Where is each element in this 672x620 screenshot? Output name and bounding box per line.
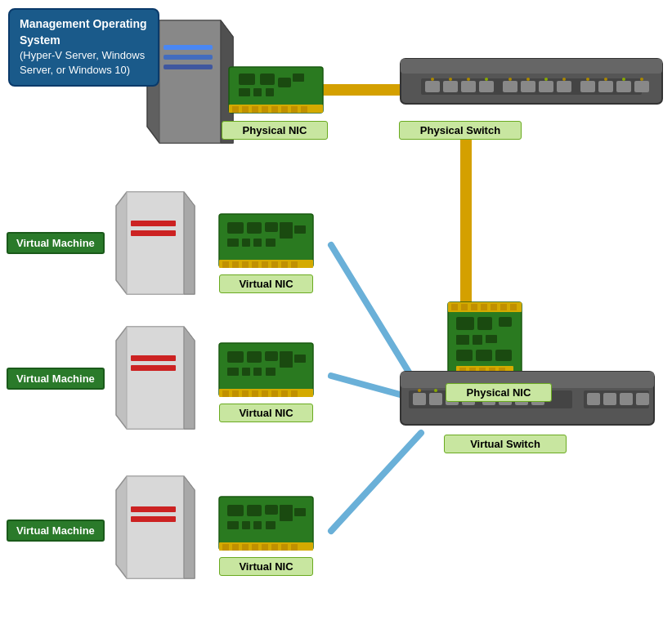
- vm3-label: Virtual Machine: [7, 520, 105, 542]
- svg-rect-15: [131, 230, 176, 236]
- svg-rect-152: [253, 368, 262, 376]
- svg-marker-13: [184, 192, 195, 294]
- svg-rect-134: [266, 239, 276, 247]
- svg-rect-32: [271, 106, 278, 113]
- svg-rect-107: [603, 393, 616, 405]
- svg-point-111: [434, 389, 437, 392]
- svg-marker-6: [159, 20, 221, 143]
- mgmt-label: Management Operating System (Hyper-V Ser…: [8, 8, 159, 87]
- svg-rect-49: [479, 81, 494, 92]
- virtual-nic-3-label: Virtual NIC: [219, 557, 313, 576]
- svg-rect-172: [266, 521, 276, 529]
- svg-rect-91: [479, 368, 486, 381]
- svg-marker-18: [184, 327, 195, 429]
- svg-rect-153: [266, 368, 276, 376]
- svg-rect-105: [584, 390, 649, 408]
- svg-point-68: [622, 78, 625, 81]
- svg-rect-25: [131, 516, 176, 522]
- svg-rect-171: [253, 521, 262, 529]
- svg-rect-138: [219, 389, 313, 397]
- svg-rect-128: [227, 222, 244, 234]
- svg-rect-160: [242, 544, 249, 551]
- svg-rect-34: [291, 106, 298, 113]
- svg-rect-174: [294, 508, 306, 516]
- svg-marker-21: [116, 476, 195, 578]
- svg-rect-82: [456, 335, 469, 345]
- svg-rect-57: [634, 81, 649, 92]
- svg-rect-87: [495, 350, 512, 361]
- svg-rect-78: [510, 304, 517, 310]
- svg-rect-26: [229, 67, 323, 113]
- svg-rect-14: [131, 221, 176, 226]
- svg-rect-154: [280, 351, 293, 368]
- svg-rect-121: [232, 261, 239, 268]
- svg-rect-46: [425, 81, 440, 92]
- virtual-nic-2-label: Virtual NIC: [219, 404, 313, 422]
- svg-rect-8: [164, 45, 213, 50]
- svg-rect-161: [252, 544, 258, 551]
- svg-rect-88: [456, 366, 513, 382]
- svg-rect-169: [227, 521, 239, 529]
- svg-rect-157: [219, 542, 313, 551]
- svg-rect-158: [222, 544, 229, 551]
- svg-rect-80: [477, 317, 492, 330]
- svg-rect-109: [636, 393, 649, 405]
- svg-rect-45: [421, 78, 642, 95]
- svg-rect-126: [281, 261, 288, 268]
- svg-rect-119: [219, 260, 313, 268]
- svg-rect-9: [164, 55, 213, 60]
- svg-rect-118: [219, 214, 313, 267]
- mgmt-subtitle: (Hyper-V Server, Windows Server, or Wind…: [20, 48, 148, 78]
- svg-rect-144: [271, 390, 278, 397]
- svg-rect-35: [301, 106, 307, 113]
- svg-rect-90: [469, 368, 476, 381]
- svg-rect-31: [262, 106, 268, 113]
- svg-point-58: [431, 78, 434, 81]
- svg-rect-33: [281, 106, 288, 113]
- svg-rect-93: [499, 368, 505, 381]
- svg-rect-29: [242, 106, 249, 113]
- svg-rect-37: [260, 74, 275, 85]
- diagram-container: Management Operating System (Hyper-V Ser…: [0, 0, 672, 620]
- svg-rect-27: [229, 105, 323, 113]
- svg-rect-151: [242, 368, 250, 376]
- svg-point-63: [526, 78, 530, 81]
- svg-rect-120: [222, 261, 229, 268]
- svg-marker-5: [147, 20, 233, 143]
- svg-rect-155: [294, 355, 306, 363]
- svg-rect-173: [280, 505, 293, 521]
- svg-rect-127: [291, 261, 298, 268]
- svg-rect-43: [401, 59, 662, 104]
- svg-rect-141: [242, 390, 249, 397]
- svg-rect-133: [253, 239, 262, 247]
- svg-rect-142: [252, 390, 258, 397]
- svg-marker-23: [184, 476, 195, 578]
- svg-marker-22: [127, 476, 184, 578]
- svg-rect-24: [131, 506, 176, 512]
- svg-rect-150: [227, 368, 239, 376]
- svg-rect-143: [262, 390, 268, 397]
- svg-rect-147: [227, 351, 244, 363]
- svg-rect-30: [252, 106, 258, 113]
- svg-rect-124: [262, 261, 268, 268]
- svg-rect-166: [227, 505, 244, 516]
- svg-rect-41: [278, 78, 291, 87]
- svg-rect-83: [473, 335, 482, 345]
- svg-rect-79: [456, 317, 474, 330]
- svg-rect-170: [242, 521, 250, 529]
- svg-rect-89: [459, 368, 466, 381]
- svg-point-61: [485, 78, 488, 81]
- svg-rect-156: [219, 497, 313, 550]
- svg-rect-159: [232, 544, 239, 551]
- physical-nic-mid-label: Physical NIC: [446, 383, 552, 402]
- svg-rect-145: [281, 390, 288, 397]
- svg-rect-164: [281, 544, 288, 551]
- svg-rect-129: [247, 222, 262, 234]
- svg-rect-73: [461, 304, 468, 310]
- svg-rect-146: [291, 390, 298, 397]
- svg-point-64: [544, 78, 548, 81]
- svg-rect-54: [580, 81, 595, 92]
- svg-marker-16: [116, 327, 195, 429]
- mgmt-title: Management Operating System: [20, 16, 148, 48]
- svg-rect-136: [294, 225, 306, 234]
